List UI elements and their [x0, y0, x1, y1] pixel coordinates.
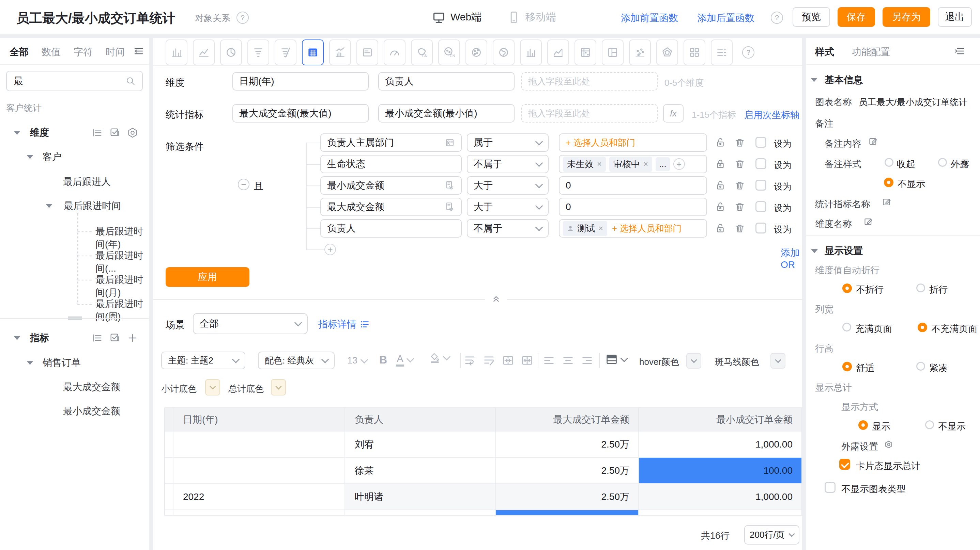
- set-as-checkbox[interactable]: [756, 180, 766, 190]
- dimension-field-0[interactable]: 日期(年): [232, 72, 369, 90]
- align-right-icon[interactable]: [581, 354, 593, 366]
- lock-icon[interactable]: [714, 223, 726, 234]
- fill-page-label[interactable]: 充满页面: [855, 323, 892, 335]
- chart-type-dot-map-icon[interactable]: [466, 40, 487, 65]
- delete-icon[interactable]: [734, 180, 746, 191]
- tree-node-follow-time-quarter[interactable]: 最后跟进时间(...: [95, 249, 149, 275]
- delete-icon[interactable]: [734, 201, 746, 213]
- card-total-label[interactable]: 卡片态显示总计: [856, 460, 920, 472]
- filter-operator-select[interactable]: 大于: [467, 198, 549, 216]
- tab-mobile[interactable]: 移动端: [507, 10, 556, 24]
- dimension-field-1[interactable]: 负责人: [378, 72, 514, 90]
- chart-type-block-layout-icon[interactable]: [602, 40, 624, 65]
- compact-label[interactable]: 紧凑: [929, 362, 948, 374]
- scene-select[interactable]: 全部: [193, 313, 308, 334]
- object-relation-link[interactable]: 对象关系: [195, 12, 230, 24]
- chart-type-bar-line-chart-icon[interactable]: [520, 40, 542, 65]
- add-pre-function-link[interactable]: 添加前置函数: [621, 11, 678, 24]
- no-fill-page-radio[interactable]: [918, 323, 927, 332]
- filter-field-select[interactable]: 负责人主属部门: [320, 133, 462, 152]
- comfortable-label[interactable]: 舒适: [856, 362, 874, 374]
- add-filter-condition-icon[interactable]: +: [325, 244, 336, 255]
- collapse-panel-icon[interactable]: [953, 45, 966, 57]
- chart-type-china-map-icon[interactable]: CN: [411, 40, 433, 65]
- card-total-checkbox[interactable]: [839, 459, 850, 470]
- tab-all[interactable]: 全部: [10, 46, 29, 59]
- chart-type-report-card-icon[interactable]: [356, 40, 378, 65]
- subtotal-bg-picker[interactable]: [205, 379, 220, 395]
- chart-type-china-bubble-map-icon[interactable]: CN: [438, 40, 460, 65]
- filter-operator-select[interactable]: 属于: [467, 133, 549, 152]
- filter-field-select[interactable]: 生命状态: [320, 155, 462, 173]
- palette-select[interactable]: 配色: 经典灰: [258, 352, 335, 369]
- hover-color-picker[interactable]: [686, 353, 701, 369]
- edit-icon[interactable]: [868, 136, 879, 147]
- lock-icon[interactable]: [714, 180, 726, 191]
- fill-page-radio[interactable]: [842, 323, 851, 331]
- expose-setting-icon[interactable]: [883, 439, 894, 450]
- set-as-checkbox[interactable]: [756, 201, 766, 212]
- chart-type-line-chart-icon[interactable]: [193, 40, 215, 65]
- set-as-checkbox[interactable]: [756, 158, 766, 169]
- filter-value-box[interactable]: 未生效× 审核中× ... +: [559, 155, 707, 173]
- chart-type-card-grid-icon[interactable]: [684, 40, 705, 65]
- no-fill-page-label[interactable]: 不充满页面: [931, 323, 977, 335]
- delete-icon[interactable]: [734, 158, 746, 170]
- chart-type-trend-chart-icon[interactable]: [329, 40, 351, 65]
- field-type-menu-icon[interactable]: [132, 45, 145, 57]
- chart-type-pie-chart-icon[interactable]: [220, 40, 242, 65]
- show-label[interactable]: 显示: [872, 420, 890, 433]
- save-button[interactable]: 保存: [838, 7, 875, 27]
- metric-field-1[interactable]: 最小成交金额(最小值): [378, 104, 514, 122]
- tab-function-config[interactable]: 功能配置: [852, 46, 890, 59]
- sales-order-arrow[interactable]: [27, 361, 33, 365]
- compact-radio[interactable]: [916, 362, 925, 371]
- lock-icon[interactable]: [714, 137, 726, 148]
- locate-field-icon[interactable]: [91, 127, 103, 138]
- lock-icon[interactable]: [714, 158, 726, 170]
- dimension-group-label[interactable]: 维度: [30, 126, 49, 139]
- basic-info-arrow[interactable]: [811, 78, 817, 82]
- add-or-link[interactable]: 添加OR: [781, 246, 802, 270]
- tree-node-max-amount[interactable]: 最大成交金额: [63, 380, 120, 393]
- theme-select[interactable]: 主题: 主题2: [161, 352, 245, 369]
- set-as-checkbox[interactable]: [756, 223, 766, 233]
- edit-icon[interactable]: [864, 216, 874, 227]
- clip-text-icon[interactable]: [483, 354, 495, 366]
- remark-collapse-radio[interactable]: [885, 158, 893, 167]
- filter-value-input[interactable]: 0: [559, 176, 707, 195]
- dimension-setting-icon[interactable]: [127, 127, 138, 138]
- lock-icon[interactable]: [714, 201, 726, 213]
- chart-type-table-icon[interactable]: [302, 40, 324, 65]
- filter-operator-select[interactable]: 不属于: [467, 155, 549, 173]
- edit-icon[interactable]: [882, 197, 893, 208]
- apply-button[interactable]: 应用: [165, 267, 250, 287]
- tree-node-last-follow-time[interactable]: 最后跟进时间: [64, 200, 121, 212]
- hide-label[interactable]: 不显示: [938, 420, 966, 433]
- no-wrap-radio[interactable]: [842, 284, 852, 293]
- show-radio[interactable]: [858, 420, 868, 430]
- add-metric-icon[interactable]: [127, 332, 138, 344]
- save-as-button[interactable]: 另存为: [883, 7, 930, 27]
- delete-icon[interactable]: [734, 223, 746, 234]
- search-box[interactable]: [6, 71, 143, 91]
- chart-name-value[interactable]: 员工最大/最小成交订单统计: [859, 96, 967, 108]
- fill-color-button[interactable]: [429, 352, 449, 363]
- page-size-select[interactable]: 200行/页: [744, 525, 799, 545]
- font-size-select[interactable]: 13: [347, 355, 367, 366]
- merge-cells-icon[interactable]: [502, 354, 514, 366]
- zebra-color-picker[interactable]: [770, 353, 786, 369]
- metric-group-arrow[interactable]: [14, 336, 21, 340]
- hide-radio[interactable]: [925, 420, 934, 429]
- remove-tag-icon[interactable]: ×: [643, 159, 648, 169]
- tree-node-last-follower[interactable]: 最后跟进人: [63, 175, 111, 188]
- remark-expose-radio[interactable]: [938, 158, 947, 167]
- exit-button[interactable]: 退出: [938, 7, 972, 27]
- wrap-text-icon[interactable]: [464, 354, 476, 366]
- metric-group-label[interactable]: 指标: [30, 331, 49, 344]
- chart-type-funnel-chart-icon[interactable]: [247, 40, 269, 65]
- remark-hidden-label[interactable]: 不显示: [897, 178, 925, 190]
- search-input[interactable]: [13, 75, 116, 87]
- locate-metric-icon[interactable]: [91, 332, 103, 344]
- dimension-drop-zone[interactable]: 拖入字段至此处: [521, 72, 658, 90]
